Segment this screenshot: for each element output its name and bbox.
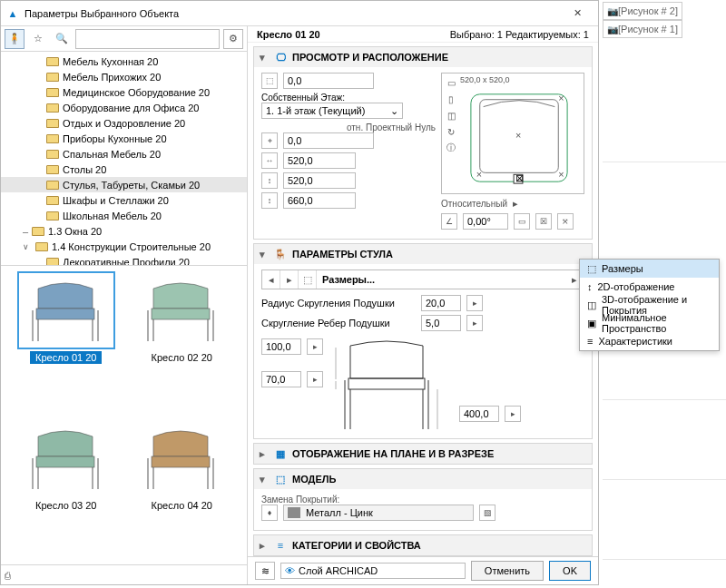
stepper-icon[interactable]: ▸ bbox=[505, 406, 521, 422]
preview-tool-info-icon[interactable]: ⓘ bbox=[446, 142, 456, 153]
collapse-arrow-icon: ▾ bbox=[260, 249, 269, 260]
svg-text:×: × bbox=[476, 169, 482, 180]
thumbnail[interactable]: Кресло 04 20 bbox=[126, 419, 239, 564]
library-panel: 🧍 ☆ 🔍 ⚙ Мебель Кухонная 20Мебель Прихожи… bbox=[1, 26, 248, 584]
library-mode-icon[interactable]: 🧍 bbox=[5, 29, 25, 49]
tab-next-icon[interactable]: ▸ bbox=[280, 270, 299, 289]
tree-item[interactable]: Декоративные Профили 20 bbox=[1, 254, 247, 265]
dim3-field[interactable]: 660,0 bbox=[283, 192, 356, 209]
layer-field[interactable]: 👁Слой ARCHICAD bbox=[280, 563, 466, 579]
settings-gear-icon[interactable]: ⚙ bbox=[223, 29, 243, 49]
left-footer: ⎙ bbox=[1, 564, 247, 584]
edge-field[interactable]: 5,0 bbox=[421, 315, 461, 331]
preview-tool-elev-icon[interactable]: ▯ bbox=[446, 93, 456, 104]
search-input[interactable] bbox=[75, 29, 220, 49]
thumbnail[interactable]: Кресло 03 20 bbox=[10, 419, 123, 564]
storey-select[interactable]: 1. 1-й этаж (Текущий)⌄ bbox=[261, 103, 403, 119]
list-icon: ≡ bbox=[274, 540, 287, 551]
tree-item[interactable]: Оборудование для Офиса 20 bbox=[1, 100, 247, 115]
elevation-field[interactable]: 0,0 bbox=[283, 73, 374, 89]
angle-field[interactable]: 0,00° bbox=[463, 213, 508, 230]
section-preview-header[interactable]: ▾ 🖵 ПРОСМОТР И РАСПОЛОЖЕНИЕ bbox=[254, 47, 592, 67]
dimB-field[interactable]: 70,0 bbox=[261, 371, 301, 387]
flip-icon[interactable]: ⤧ bbox=[557, 213, 574, 230]
svg-text:×: × bbox=[558, 169, 564, 180]
library-toolbar: 🧍 ☆ 🔍 ⚙ bbox=[1, 26, 247, 52]
thumbnail[interactable]: Кресло 01 20 bbox=[10, 271, 123, 416]
preview-tool-3d-icon[interactable]: ◫ bbox=[446, 110, 456, 121]
popup-item[interactable]: ≡Характеристики bbox=[580, 332, 719, 350]
stepper-icon[interactable]: ▸ bbox=[466, 295, 483, 311]
params-tabs[interactable]: ◂ ▸ ⬚ Размеры... ▸ bbox=[261, 270, 584, 289]
tree-item[interactable]: Отдых и Оздоровление 20 bbox=[1, 115, 247, 131]
popup-item[interactable]: ◫3D-отображение и Покрытия bbox=[580, 296, 719, 314]
chair-icon: 🪑 bbox=[274, 249, 287, 260]
folder-icon bbox=[46, 134, 59, 143]
material-icon[interactable]: ♦ bbox=[261, 505, 278, 521]
tree-item[interactable]: Мебель Кухонная 20 bbox=[1, 54, 247, 69]
dim-y-icon: ↕ bbox=[261, 172, 278, 189]
search-icon[interactable]: 🔍 bbox=[52, 29, 72, 49]
stepper-icon[interactable]: ▸ bbox=[307, 371, 323, 387]
tree-item[interactable]: 1.3 Окна 20 bbox=[1, 223, 247, 239]
preview-tool-plan-icon[interactable]: ▭ bbox=[446, 77, 456, 88]
storey-label: Собственный Этаж: bbox=[261, 93, 436, 103]
section-categories: ▸ ≡ КАТЕГОРИИ И СВОЙСТВА bbox=[253, 534, 593, 556]
chevron-down-icon: ▸ bbox=[513, 198, 518, 210]
params-popup-menu[interactable]: ⬚Размеры↕2D-отображение◫3D-отображение и… bbox=[579, 259, 720, 351]
popup-item-label: Характеристики bbox=[598, 336, 672, 347]
tree-item[interactable]: Стулья, Табуреты, Скамьи 20 bbox=[1, 177, 247, 192]
thumb-caption: Кресло 03 20 bbox=[30, 499, 102, 512]
tab-prev-icon[interactable]: ◂ bbox=[262, 270, 280, 289]
library-footer-icon[interactable]: ⎙ bbox=[5, 570, 11, 581]
radius-field[interactable]: 20,0 bbox=[421, 295, 461, 311]
section-params-header[interactable]: ▾ 🪑 ПАРАМЕТРЫ СТУЛА bbox=[254, 244, 592, 264]
material-browse-icon[interactable]: ▧ bbox=[479, 505, 495, 521]
tree-item[interactable]: Мебель Прихожих 20 bbox=[1, 69, 247, 84]
popup-item-label: Минимальное Пространство bbox=[602, 312, 711, 334]
favorites-icon[interactable]: ☆ bbox=[28, 29, 48, 49]
section-plan-header[interactable]: ▸ ▦ ОТОБРАЖЕНИЕ НА ПЛАНЕ И В РАЗРЕЗЕ bbox=[254, 444, 592, 464]
tree-item-label: Спальная Мебель 20 bbox=[63, 149, 161, 160]
layer-icon[interactable]: ≋ bbox=[255, 562, 275, 580]
collapse-arrow-icon: ▾ bbox=[260, 52, 269, 64]
folder-icon bbox=[46, 181, 59, 190]
mirror-y-icon[interactable]: ☒ bbox=[535, 213, 552, 230]
folder-icon bbox=[35, 242, 48, 251]
tree-item[interactable]: Столы 20 bbox=[1, 162, 247, 177]
rel-field[interactable]: 0,0 bbox=[283, 132, 374, 149]
dimC-field[interactable]: 400,0 bbox=[459, 406, 499, 422]
popup-item-label: Размеры bbox=[602, 263, 643, 274]
stepper-icon[interactable]: ▸ bbox=[307, 338, 323, 355]
preview-tool-rot-icon[interactable]: ↻ bbox=[446, 126, 456, 137]
tree-item[interactable]: Приборы Кухонные 20 bbox=[1, 131, 247, 146]
rel-mode-label[interactable]: Относительный bbox=[441, 199, 507, 209]
tree-item[interactable]: Медицинское Оборудование 20 bbox=[1, 84, 247, 100]
mirror-x-icon[interactable]: ▭ bbox=[514, 213, 530, 230]
tree-item[interactable]: 1.4 Конструкции Строительные 20 bbox=[1, 239, 247, 254]
ok-button[interactable]: OK bbox=[549, 561, 591, 581]
folder-tree[interactable]: Мебель Кухонная 20Мебель Прихожих 20Меди… bbox=[1, 52, 247, 265]
stepper-icon[interactable]: ▸ bbox=[466, 315, 483, 331]
tree-item[interactable]: Шкафы и Стеллажи 20 bbox=[1, 192, 247, 208]
material-field[interactable]: Металл - Цинк bbox=[283, 505, 474, 521]
app-icon: ▲ bbox=[6, 7, 19, 20]
popup-item[interactable]: ▣Минимальное Пространство bbox=[580, 314, 719, 332]
section-model-header[interactable]: ▾ ⬚ МОДЕЛЬ bbox=[254, 469, 592, 489]
bg-tab[interactable]: 📷 [Рисунок # 2] bbox=[603, 2, 682, 20]
popup-item-icon: ◫ bbox=[587, 299, 596, 311]
dim1-field[interactable]: 520,0 bbox=[283, 152, 356, 169]
popup-item[interactable]: ⬚Размеры bbox=[580, 260, 719, 278]
cancel-button[interactable]: Отменить bbox=[471, 561, 544, 581]
tree-item[interactable]: Школьная Мебель 20 bbox=[1, 208, 247, 223]
thumbnail[interactable]: Кресло 02 20 bbox=[126, 271, 239, 416]
section-categories-header[interactable]: ▸ ≡ КАТЕГОРИИ И СВОЙСТВА bbox=[254, 535, 592, 555]
dim2-field[interactable]: 520,0 bbox=[283, 172, 356, 189]
tree-item[interactable]: Спальная Мебель 20 bbox=[1, 146, 247, 162]
popup-item[interactable]: ↕2D-отображение bbox=[580, 278, 719, 296]
dimA-field[interactable]: 100,0 bbox=[261, 338, 301, 355]
tree-item-label: Декоративные Профили 20 bbox=[63, 257, 190, 266]
plan-preview: 520,0 x 520,0 ▭ ▯ ◫ ↻ ⓘ bbox=[441, 73, 584, 194]
close-button[interactable]: ✕ bbox=[562, 1, 593, 26]
folder-icon bbox=[46, 258, 59, 266]
